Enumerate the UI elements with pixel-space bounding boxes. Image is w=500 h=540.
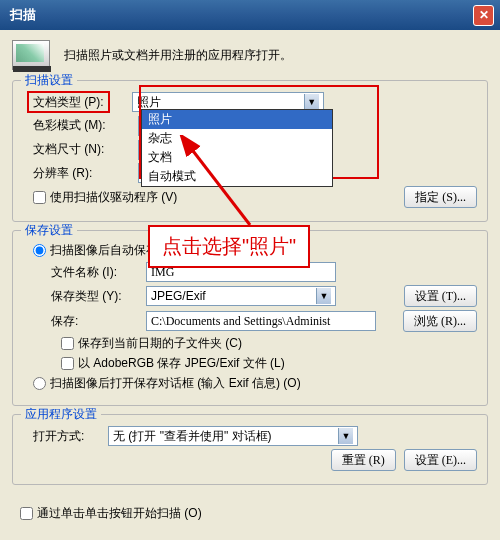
resolution-label: 分辨率 (R):	[23, 165, 138, 182]
save-type-select[interactable]: JPEG/Exif▼	[146, 286, 336, 306]
dropdown-option[interactable]: 文档	[142, 148, 332, 167]
color-mode-label: 色彩模式 (M):	[23, 117, 138, 134]
scan-settings-group: 扫描设置 文档类型 (P): 照片▼ 色彩模式 (M): ▼ 文档尺寸 (N):…	[12, 80, 488, 222]
doc-type-dropdown[interactable]: 照片 杂志 文档 自动模式	[141, 109, 333, 187]
group-title: 应用程序设置	[21, 406, 101, 423]
save-dated-label: 保存到当前日期的子文件夹 (C)	[78, 335, 242, 352]
scanner-icon	[12, 40, 50, 70]
group-title: 扫描设置	[21, 72, 77, 89]
save-type-label: 保存类型 (Y):	[51, 288, 146, 305]
chevron-down-icon: ▼	[338, 428, 353, 444]
app-set-button[interactable]: 设置 (E)...	[404, 449, 477, 471]
open-with-label: 打开方式:	[23, 428, 108, 445]
title-bar: 扫描 ✕	[0, 0, 500, 30]
chevron-down-icon: ▼	[316, 288, 331, 304]
auto-save-radio[interactable]	[33, 244, 46, 257]
adobe-rgb-checkbox[interactable]	[61, 357, 74, 370]
window-title: 扫描	[6, 6, 473, 24]
use-driver-label: 使用扫描仪驱动程序 (V)	[50, 189, 177, 206]
reset-button[interactable]: 重置 (R)	[331, 449, 396, 471]
adobe-rgb-label: 以 AdobeRGB 保存 JPEG/Exif 文件 (L)	[78, 355, 285, 372]
app-settings-group: 应用程序设置 打开方式: 无 (打开 "查看并使用" 对话框)▼ 重置 (R) …	[12, 414, 488, 485]
header-description: 扫描照片或文档并用注册的应用程序打开。	[64, 47, 292, 64]
dropdown-option[interactable]: 照片	[142, 110, 332, 129]
save-type-set-button[interactable]: 设置 (T)...	[404, 285, 477, 307]
header-row: 扫描照片或文档并用注册的应用程序打开。	[12, 40, 488, 70]
group-title: 保存设置	[21, 222, 77, 239]
dropdown-option[interactable]: 自动模式	[142, 167, 332, 186]
save-to-input[interactable]	[146, 311, 376, 331]
dropdown-option[interactable]: 杂志	[142, 129, 332, 148]
annotation-callout: 点击选择"照片"	[148, 225, 310, 268]
bottom-row: 通过单击单击按钮开始扫描 (O)	[0, 503, 500, 524]
start-scan-checkbox[interactable]	[20, 507, 33, 520]
use-driver-checkbox[interactable]	[33, 191, 46, 204]
save-dated-checkbox[interactable]	[61, 337, 74, 350]
browse-button[interactable]: 浏览 (R)...	[403, 310, 477, 332]
doc-type-label: 文档类型 (P):	[23, 94, 110, 111]
chevron-down-icon: ▼	[304, 94, 319, 110]
start-scan-label: 通过单击单击按钮开始扫描 (O)	[37, 505, 202, 522]
filename-label: 文件名称 (I):	[51, 264, 146, 281]
open-with-select[interactable]: 无 (打开 "查看并使用" 对话框)▼	[108, 426, 358, 446]
open-dialog-radio[interactable]	[33, 377, 46, 390]
save-to-label: 保存:	[51, 313, 146, 330]
specify-button[interactable]: 指定 (S)...	[404, 186, 477, 208]
close-button[interactable]: ✕	[473, 5, 494, 26]
doc-size-label: 文档尺寸 (N):	[23, 141, 138, 158]
open-dialog-label: 扫描图像后打开保存对话框 (输入 Exif 信息) (O)	[50, 375, 301, 392]
close-icon: ✕	[479, 8, 489, 22]
